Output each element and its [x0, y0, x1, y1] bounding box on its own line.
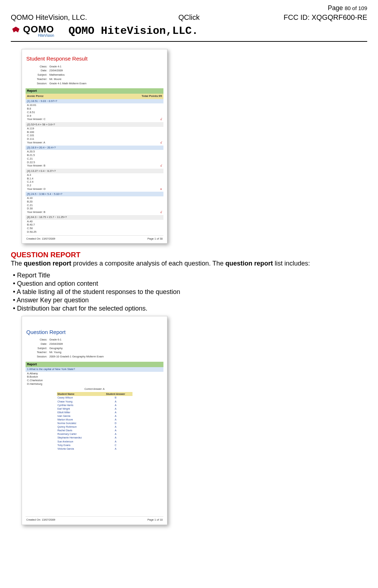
table-row: Norma GonzalezD — [57, 422, 132, 425]
option-text: B.100 — [26, 130, 163, 134]
check-icon: √ — [160, 164, 162, 168]
shot2-page: Page 1 of 10 — [147, 518, 163, 522]
logo-main-text: QOMO — [23, 24, 54, 34]
option-text: A.3 — [26, 173, 163, 177]
page-label-prefix: Page — [328, 4, 345, 12]
answer-row: Your Answer: D× — [26, 187, 163, 192]
logo-row: QOMO HiteVision QOMO HiteVision,LLC. — [11, 24, 367, 37]
bullet-item: A table listing all of the student respo… — [13, 288, 367, 296]
question-row: (4) 13.27＋0.4－8.27=? — [26, 169, 163, 173]
table-row: Marlon MooreA — [57, 418, 132, 421]
wrong-icon: × — [160, 187, 162, 192]
table-row: Ivan GarciaA — [57, 414, 132, 418]
answer-row: Your Answer: B√ — [26, 210, 163, 215]
bullet-list: Report TitleQuestion and option contentA… — [13, 272, 367, 312]
report-header-bar: Report — [26, 88, 163, 94]
table-row: Stephanie HernandezA — [57, 436, 132, 440]
table-row: Quincy RobinsonA — [57, 425, 132, 429]
check-icon: √ — [160, 210, 162, 215]
table-row: Cynthia HarrisA — [57, 403, 132, 407]
option-text: B.20 — [26, 200, 163, 204]
created-on: Created On: 13/07/2009 — [26, 518, 55, 522]
option-text: A.10 — [26, 196, 163, 200]
option-text: A.10.61 — [26, 103, 163, 107]
logo-sub-text: HiteVision — [23, 34, 54, 37]
header-second-row: QOMO HiteVision, LLC. QClick FCC ID: XQG… — [11, 13, 367, 22]
question-row: (1) 18.51－9.03－0.97=? — [26, 99, 163, 104]
bullet-item: Distribution bar chart for the selected … — [13, 305, 367, 312]
option-text: C.50 — [26, 227, 163, 230]
page-of: of 109 — [351, 5, 367, 11]
shot1-title: Student Response Result — [26, 54, 163, 64]
table-row: Rachel DavisA — [57, 429, 132, 432]
answer-row: Your Answer: C√ — [26, 117, 163, 122]
question-options: A.AlbanyB.BostonC.CharlestonD.Harrisburg — [26, 372, 163, 386]
option-text: C.21 — [26, 204, 163, 207]
bullet-item: Report Title — [13, 272, 367, 279]
page-container: Page 80 of 109 QOMO HiteVision, LLC. QCl… — [0, 0, 378, 547]
table-row: Chase YoungA — [57, 400, 132, 403]
page-current: 80 — [345, 5, 351, 11]
check-icon: √ — [160, 141, 162, 145]
option-text: B.Boston — [26, 375, 163, 379]
shot1-page: Page 1 of 30 — [147, 237, 163, 241]
shot1-footer: Created On: 13/07/2009 Page 1 of 30 — [26, 235, 163, 241]
section-title: QUESTION REPORT — [11, 251, 367, 259]
option-text: B.8 — [26, 107, 163, 111]
option-text: A.119 — [26, 127, 163, 130]
student-answer-table: Student Name Student Answer Casey Wilson… — [57, 392, 132, 451]
option-text: D.9 — [26, 114, 163, 118]
option-text: B.40.7 — [26, 223, 163, 227]
option-text: D.50.25 — [26, 230, 163, 234]
question-row: (5) 24.5－3.98＋5.4－5.02=? — [26, 192, 163, 196]
page-number: Page 80 of 109 — [328, 4, 367, 12]
brand-title: QOMO HiteVision,LLC. — [68, 25, 198, 37]
option-text: D.30 — [26, 207, 163, 210]
table-row: Victoria GarciaA — [57, 447, 132, 450]
option-text: D.2 — [26, 184, 163, 187]
option-text: B.1.4 — [26, 177, 163, 181]
check-icon: √ — [160, 117, 162, 122]
student-name: Annie Perez — [27, 94, 44, 98]
table-row: Elliott MillerA — [57, 410, 132, 414]
option-text: C.101 — [26, 134, 163, 137]
screenshot-question-report: Question Report Class:Grade 6-1 Date:23/… — [22, 316, 167, 525]
logo-mark-icon — [11, 26, 21, 36]
option-text: D.Harrisburg — [26, 382, 163, 386]
report-header-bar: Report — [26, 362, 163, 367]
table-header-name: Student Name — [57, 392, 99, 396]
table-row: Rosemary CarterA — [57, 432, 132, 436]
table-row: Sue AndersonA — [57, 440, 132, 443]
header-divider — [11, 41, 367, 42]
option-text: B.21.5 — [26, 153, 163, 157]
option-text: C.8.51 — [26, 111, 163, 114]
screenshot-student-response: Student Response Result Class:Grade 4-1 … — [22, 49, 167, 244]
question-list: (1) 18.51－9.03－0.97=?A.10.61B.8C.8.51D.9… — [26, 99, 163, 234]
option-text: C.Charleston — [26, 379, 163, 382]
option-text: C.2.4 — [26, 180, 163, 184]
question-text: 1.What is the capital of New York State? — [26, 367, 163, 372]
company-name: QOMO HiteVision, LLC. — [11, 13, 129, 22]
answer-row: Your Answer: A√ — [26, 141, 163, 146]
question-row: (6) 64.3－18.75＋15.7－11.25=? — [26, 215, 163, 220]
header-top-row: Page 80 of 109 — [11, 4, 367, 12]
bullet-item: Answer Key per question — [13, 297, 367, 304]
bullet-item: Question and option content — [13, 280, 367, 288]
option-text: C.21 — [26, 157, 163, 161]
option-text: A.20.5 — [26, 150, 163, 153]
question-row: (2) 52+5.4＋58＋3.6=? — [26, 122, 163, 127]
shot2-footer: Created On: 13/07/2009 Page 1 of 10 — [26, 516, 163, 522]
table-row: Casey WilsonB — [57, 396, 132, 400]
table-header-answer: Student Answer — [99, 392, 132, 396]
created-on: Created On: 13/07/2009 — [26, 237, 55, 241]
answer-row: Your Answer: B√ — [26, 164, 163, 169]
table-row: Toby EvansC — [57, 443, 132, 447]
product-name: QClick — [130, 13, 248, 22]
option-text: A.Albany — [26, 372, 163, 375]
fcc-id: FCC ID: XQGQRF600-RE — [249, 13, 367, 22]
table-body: Casey WilsonBChase YoungACynthia HarrisA… — [57, 396, 132, 450]
option-text: D.111 — [26, 137, 163, 141]
total-points: Total Points:95 — [141, 94, 162, 98]
option-text: A.40 — [26, 220, 163, 223]
student-row: Annie Perez Total Points:95 — [26, 94, 163, 99]
